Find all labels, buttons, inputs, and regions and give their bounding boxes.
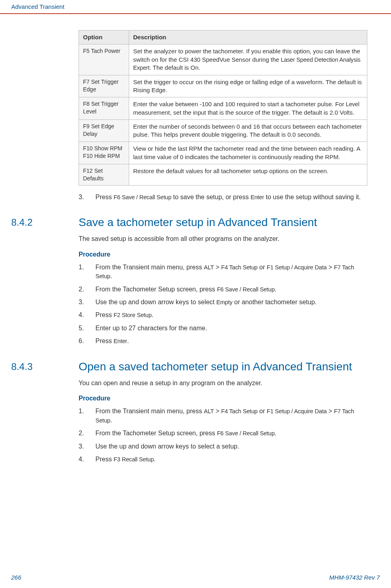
section-number: 8.4.2: [11, 216, 79, 228]
step-number: 3.: [79, 193, 95, 202]
desc-cell: Set the analyzer to power the tachometer…: [129, 44, 367, 75]
section-843: 8.4.3 Open a saved tachometer setup in A…: [11, 360, 380, 373]
options-table: Option Description F5 Tach Power Set the…: [79, 30, 367, 186]
list-item: 2.From the Tachometer Setup screen, pres…: [79, 285, 367, 294]
table-row: F5 Tach Power Set the analyzer to power …: [79, 44, 367, 75]
procedure-list: 1.From the Transient main menu, press AL…: [79, 263, 367, 346]
desc-cell: Restore the default values for all tacho…: [129, 164, 367, 185]
option-cell: F7 Set Trigger Edge: [79, 75, 129, 97]
step-text: Press F6 Save / Recall Setup to save the…: [95, 193, 367, 202]
th-option: Option: [79, 30, 129, 44]
section-title: Save a tachometer setup in Advanced Tran…: [79, 216, 380, 229]
option-cell: F12 Set Defaults: [79, 164, 129, 185]
list-item: 1.From the Transient main menu, press AL…: [79, 407, 367, 425]
procedure-label: Procedure: [79, 250, 367, 259]
desc-cell: Enter the number of seconds between 0 an…: [129, 119, 367, 142]
section-843-body: You can open and reuse a setup in any pr…: [79, 379, 367, 464]
list-item: 6.Press Enter.: [79, 337, 367, 346]
section-842: 8.4.2 Save a tachometer setup in Advance…: [11, 216, 380, 229]
option-cell: F8 Set Trigger Level: [79, 97, 129, 120]
doc-id: MHM-97432 Rev 7: [329, 574, 380, 581]
procedure-label: Procedure: [79, 394, 367, 403]
desc-cell: Enter the value between -100 and 100 req…: [129, 97, 367, 120]
section-842-body: The saved setup is accessible from all o…: [79, 234, 367, 346]
list-item: 4.Press F2 Store Setup.: [79, 311, 367, 319]
list-item: 2.From the Tachometer Setup screen, pres…: [79, 429, 367, 438]
table-row: F9 Set Edge Delay Enter the number of se…: [79, 119, 367, 142]
page-number: 266: [11, 574, 21, 581]
section-title: Open a saved tachometer setup in Advance…: [79, 360, 380, 373]
page-content: Option Description F5 Tach Power Set the…: [0, 14, 391, 464]
section-intro: You can open and reuse a setup in any pr…: [79, 379, 367, 388]
option-cell: F5 Tach Power: [79, 44, 129, 75]
th-description: Description: [129, 30, 367, 44]
list-item: 5.Enter up to 27 characters for the name…: [79, 324, 367, 333]
list-item: 3.Use the up and down arrow keys to sele…: [79, 442, 367, 451]
table-row: F7 Set Trigger Edge Set the trigger to o…: [79, 75, 367, 97]
list-item: 3.Use the up and down arrow keys to sele…: [79, 298, 367, 307]
option-cell: F9 Set Edge Delay: [79, 119, 129, 142]
desc-cell: Set the trigger to occur on the rising e…: [129, 75, 367, 97]
procedure-list: 1.From the Transient main menu, press AL…: [79, 407, 367, 464]
continuation-step-3: 3. Press F6 Save / Recall Setup to save …: [79, 193, 367, 202]
section-number: 8.4.3: [11, 360, 79, 372]
table-row: F8 Set Trigger Level Enter the value bet…: [79, 97, 367, 120]
list-item: 4.Press F3 Recall Setup.: [79, 455, 367, 464]
table-row: F12 Set Defaults Restore the default val…: [79, 164, 367, 185]
page-footer: 266 MHM-97432 Rev 7: [0, 574, 391, 581]
section-intro: The saved setup is accessible from all o…: [79, 234, 367, 243]
desc-cell: View or hide the last RPM the tachometer…: [129, 142, 367, 164]
option-cell: F10 Show RPMF10 Hide RPM: [79, 142, 129, 164]
header-title: Advanced Transient: [0, 0, 391, 14]
list-item: 1.From the Transient main menu, press AL…: [79, 263, 367, 281]
table-row: F10 Show RPMF10 Hide RPM View or hide th…: [79, 142, 367, 164]
